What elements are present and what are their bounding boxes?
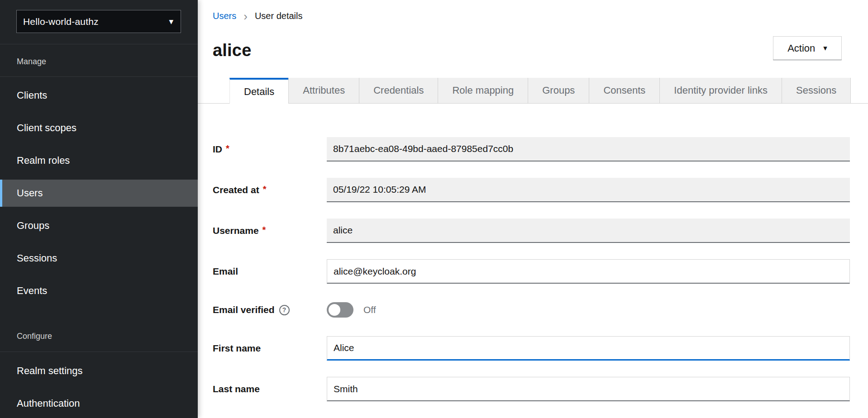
tab-attributes[interactable]: Attributes: [288, 78, 359, 104]
sidebar-item-label: Sessions: [17, 252, 57, 264]
sidebar-item-clients[interactable]: Clients: [0, 82, 198, 109]
form-row-username: Username *: [213, 218, 850, 243]
sidebar-item-label: Users: [17, 187, 43, 199]
user-details-form: ID * Created at * Username *: [213, 137, 850, 418]
id-field-input: [327, 137, 850, 162]
sidebar-item-authentication[interactable]: Authentication: [0, 390, 198, 417]
sidebar-item-client-scopes[interactable]: Client scopes: [0, 114, 198, 142]
field-label: Last name: [213, 384, 327, 394]
sidebar-item-label: Realm roles: [17, 155, 70, 166]
email-verified-toggle[interactable]: [327, 302, 353, 318]
breadcrumb-current: User details: [255, 11, 303, 21]
field-label-text: Email verified: [213, 304, 275, 315]
nav-section-manage-header: Manage: [17, 57, 46, 66]
sidebar-divider: [0, 76, 198, 77]
chevron-right-icon: ›: [243, 12, 248, 21]
tab-label: Groups: [542, 85, 575, 96]
field-label-text: Email: [213, 266, 238, 277]
field-label-text: ID: [213, 144, 222, 155]
created-at-field-input: [327, 178, 850, 202]
tab-groups[interactable]: Groups: [528, 78, 589, 104]
help-icon[interactable]: ?: [279, 305, 290, 315]
sidebar-divider: [0, 352, 198, 352]
tab-consents[interactable]: Consents: [589, 78, 659, 104]
realm-selector-button[interactable]: Hello-world-authz ▾: [16, 10, 181, 33]
tab-label: Sessions: [796, 85, 836, 96]
caret-down-icon: ▾: [169, 17, 173, 26]
tab-role-mapping[interactable]: Role mapping: [438, 78, 528, 104]
form-row-last-name: Last name: [213, 377, 850, 401]
email-verified-switch: Off: [327, 300, 850, 320]
tab-sessions[interactable]: Sessions: [782, 78, 851, 104]
sidebar: Hello-world-authz ▾ Manage Clients Clien…: [0, 0, 198, 418]
manage-nav-list: Clients Client scopes Realm roles Users …: [0, 82, 198, 310]
tab-label: Role mapping: [452, 85, 514, 96]
sidebar-item-label: Events: [17, 285, 47, 297]
field-label: Username *: [213, 225, 327, 236]
sidebar-item-realm-roles[interactable]: Realm roles: [0, 147, 198, 174]
form-row-created-at: Created at *: [213, 178, 850, 202]
sidebar-item-sessions[interactable]: Sessions: [0, 245, 198, 272]
page-title: alice: [213, 41, 252, 60]
sidebar-item-label: Clients: [17, 90, 47, 101]
form-row-first-name: First name: [213, 336, 850, 361]
toggle-knob: [329, 304, 340, 316]
nav-section-configure-header: Configure: [17, 332, 52, 341]
content-area: Users › User details alice Action ▾ Deta…: [198, 0, 868, 418]
first-name-field-input[interactable]: [327, 336, 850, 361]
field-label-text: Username: [213, 225, 259, 236]
required-asterisk: *: [226, 143, 229, 154]
sidebar-item-label: Realm settings: [17, 365, 83, 377]
field-label: First name: [213, 343, 327, 354]
configure-nav-list: Realm settings Authentication: [0, 357, 198, 418]
field-label: Created at *: [213, 185, 327, 195]
sidebar-item-label: Client scopes: [17, 122, 76, 134]
last-name-field-input[interactable]: [327, 377, 850, 401]
sidebar-item-label: Authentication: [17, 398, 80, 409]
tabstrip-spacer: [198, 78, 229, 104]
field-label-text: First name: [213, 343, 261, 354]
field-label-text: Created at: [213, 185, 259, 195]
form-row-email-verified: Email verified ? Off: [213, 300, 850, 320]
sidebar-item-users[interactable]: Users: [0, 180, 198, 207]
sidebar-item-label: Groups: [17, 220, 49, 232]
form-row-email: Email: [213, 259, 850, 284]
tabstrip-filler: [851, 78, 868, 104]
sidebar-item-events[interactable]: Events: [0, 277, 198, 304]
action-button-label: Action: [787, 43, 815, 54]
sidebar-divider: [0, 44, 198, 44]
caret-down-icon: ▾: [823, 44, 827, 52]
action-menu-button[interactable]: Action ▾: [773, 36, 842, 60]
keycloak-admin-console: Hello-world-authz ▾ Manage Clients Clien…: [0, 0, 868, 418]
sidebar-item-groups[interactable]: Groups: [0, 212, 198, 239]
tab-credentials[interactable]: Credentials: [359, 78, 438, 104]
tab-identity-provider-links[interactable]: Identity provider links: [659, 78, 782, 104]
username-field-input: [327, 218, 850, 243]
tab-details[interactable]: Details: [229, 78, 288, 104]
breadcrumb: Users › User details: [213, 11, 303, 21]
field-label: Email verified ?: [213, 304, 327, 315]
user-detail-tabs: Details Attributes Credentials Role mapp…: [198, 78, 868, 104]
tab-label: Credentials: [373, 85, 424, 96]
tab-label: Attributes: [303, 85, 345, 96]
form-row-id: ID *: [213, 137, 850, 162]
tab-label: Details: [244, 86, 274, 98]
required-asterisk: *: [262, 225, 266, 235]
tab-label: Consents: [603, 85, 645, 96]
realm-name: Hello-world-authz: [23, 16, 99, 27]
sidebar-item-realm-settings[interactable]: Realm settings: [0, 357, 198, 385]
field-label-text: Last name: [213, 384, 260, 394]
field-label: ID *: [213, 144, 327, 155]
required-asterisk: *: [263, 184, 267, 195]
breadcrumb-link-users[interactable]: Users: [213, 11, 236, 21]
email-field-input[interactable]: [327, 259, 850, 284]
tab-label: Identity provider links: [674, 85, 768, 96]
field-label: Email: [213, 266, 327, 277]
toggle-state-label: Off: [363, 304, 376, 315]
